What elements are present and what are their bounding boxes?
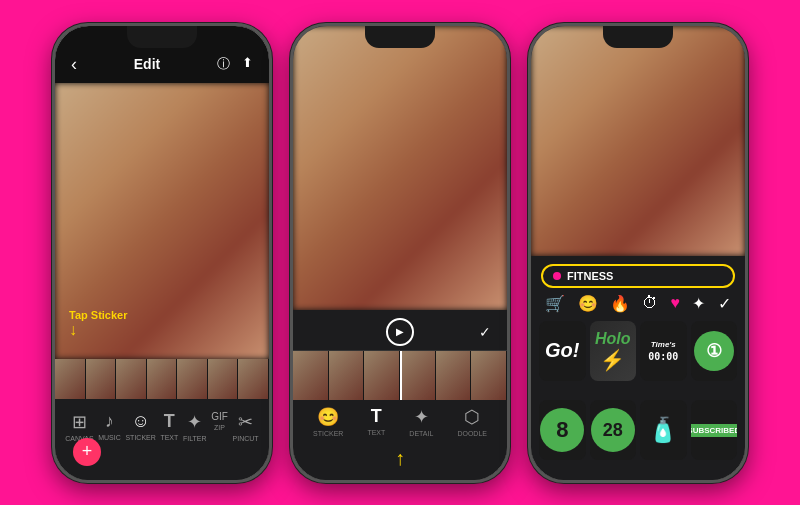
- bottom-toolbar: ⊞ CANVAS ♪ MUSIC ☺ STICKER T: [55, 399, 269, 480]
- stickers-grid: Go! Holo ⚡ Time's 00:00: [531, 317, 745, 480]
- sticker-tool-label: STICKER: [313, 430, 343, 437]
- text-tool-icon: T: [371, 406, 382, 427]
- category-timer-icon[interactable]: ⏱: [642, 294, 658, 313]
- sticker-holo[interactable]: Holo ⚡: [590, 321, 637, 381]
- subscribed-badge: SUBSCRIBED: [691, 424, 738, 437]
- video-preview-3: [531, 26, 745, 256]
- add-area: +: [59, 444, 265, 476]
- video-preview-1: Tap Sticker ↓: [55, 83, 269, 359]
- zip-icon: GIF: [211, 411, 228, 422]
- film-cell: [208, 359, 239, 399]
- sticker-tool-text[interactable]: T TEXT: [367, 406, 385, 437]
- tap-sticker-text: Tap Sticker: [69, 309, 128, 321]
- sticker-emoji-icon: 😊: [317, 406, 339, 428]
- times-value: 00:00: [648, 351, 678, 362]
- tool-text[interactable]: T TEXT: [160, 411, 178, 442]
- text-icon: T: [164, 411, 175, 432]
- film-cell: [177, 359, 208, 399]
- phone-3-screen: FITNESS 🛒 😊 🔥 ⏱ ♥ ✦ ✓: [531, 26, 745, 480]
- sticker-tool-detail[interactable]: ✦ DETAIL: [409, 406, 433, 437]
- category-check-icon[interactable]: ✓: [718, 294, 731, 313]
- notch: [127, 26, 197, 48]
- power-button[interactable]: [269, 146, 272, 196]
- power-button[interactable]: [745, 146, 748, 196]
- category-star-icon[interactable]: ✦: [692, 294, 705, 313]
- video-preview-2: [293, 26, 507, 310]
- music-icon: ♪: [105, 411, 114, 432]
- phone-3: FITNESS 🛒 😊 🔥 ⏱ ♥ ✦ ✓: [528, 23, 748, 483]
- film-cell: [364, 351, 400, 400]
- filter-label: FILTER: [183, 435, 207, 442]
- sticker-icon: ☺: [131, 411, 149, 432]
- sticker-circle-1[interactable]: ①: [691, 321, 738, 381]
- category-cart-icon[interactable]: 🛒: [545, 294, 565, 313]
- up-arrow-row: ↑: [293, 443, 507, 472]
- holo-text: Holo: [595, 330, 631, 348]
- num-8-circle: 8: [540, 408, 584, 452]
- pincut-label: PINCUT: [233, 435, 259, 442]
- phone-2-frame: ▶ ✓: [290, 23, 510, 483]
- film-cell: [471, 351, 507, 400]
- search-bar-row: FITNESS: [531, 256, 745, 292]
- sticker-tool-doodle[interactable]: ⬡ DOODLE: [457, 406, 487, 437]
- back-button[interactable]: ‹: [71, 54, 77, 75]
- fitness-dot: [553, 272, 561, 280]
- timeline-strip: [293, 350, 507, 400]
- tool-zip[interactable]: GIF ZIP: [211, 411, 228, 442]
- fitness-search-bar[interactable]: FITNESS: [541, 264, 735, 288]
- play-icon: ▶: [396, 326, 404, 337]
- canvas-icon: ⊞: [72, 411, 87, 433]
- zip-label: ZIP: [214, 424, 225, 431]
- film-cell: [55, 359, 86, 399]
- bottle-icon: 🧴: [648, 416, 678, 444]
- info-icon[interactable]: ⓘ: [217, 55, 230, 73]
- phone-2-content: ▶ ✓: [293, 26, 507, 480]
- phone-1-content: ‹ Edit ⓘ ⬆ Tap Sticker ↓: [55, 26, 269, 480]
- film-cell: [400, 351, 436, 400]
- doodle-label: DOODLE: [457, 430, 487, 437]
- phone-2-screen: ▶ ✓: [293, 26, 507, 480]
- power-button[interactable]: [507, 146, 510, 196]
- tool-sticker[interactable]: ☺ STICKER: [125, 411, 155, 442]
- phone-2: ▶ ✓: [290, 23, 510, 483]
- filter-icon: ✦: [187, 411, 202, 433]
- doodle-icon: ⬡: [464, 406, 480, 428]
- text-tool-label: TEXT: [367, 429, 385, 436]
- film-cell: [86, 359, 117, 399]
- category-flame-icon[interactable]: 🔥: [610, 294, 630, 313]
- checkmark-icon[interactable]: ✓: [479, 324, 491, 340]
- plus-icon: +: [82, 441, 93, 462]
- tool-music[interactable]: ♪ MUSIC: [98, 411, 121, 442]
- category-smile-icon[interactable]: 😊: [578, 294, 598, 313]
- num-8-text: 8: [556, 417, 568, 443]
- tap-sticker-arrow: ↓: [69, 321, 77, 339]
- film-cell: [293, 351, 329, 400]
- sticker-subscribed[interactable]: SUBSCRIBED: [691, 400, 738, 460]
- sticker-8[interactable]: 8: [539, 400, 586, 460]
- tool-canvas[interactable]: ⊞ CANVAS: [65, 411, 93, 442]
- category-heart-icon[interactable]: ♥: [671, 294, 681, 313]
- category-icons-row: 🛒 😊 🔥 ⏱ ♥ ✦ ✓: [531, 292, 745, 317]
- film-strip-1: [55, 359, 269, 399]
- tool-filter[interactable]: ✦ FILTER: [183, 411, 207, 442]
- notch: [365, 26, 435, 48]
- video-blur-3: [531, 26, 745, 256]
- sticker-label: STICKER: [125, 434, 155, 441]
- sticker-28[interactable]: 28: [590, 400, 637, 460]
- sticker-bottle[interactable]: 🧴: [640, 400, 687, 460]
- phone-1-frame: ‹ Edit ⓘ ⬆ Tap Sticker ↓: [52, 23, 272, 483]
- play-button[interactable]: ▶: [386, 318, 414, 346]
- sticker-panel: FITNESS 🛒 😊 🔥 ⏱ ♥ ✦ ✓: [531, 256, 745, 480]
- film-cell: [116, 359, 147, 399]
- film-cell: [329, 351, 365, 400]
- sticker-tool-sticker[interactable]: 😊 STICKER: [313, 406, 343, 437]
- pincut-icon: ✂: [238, 411, 253, 433]
- playhead: [400, 351, 402, 400]
- phone-3-frame: FITNESS 🛒 😊 🔥 ⏱ ♥ ✦ ✓: [528, 23, 748, 483]
- sticker-go[interactable]: Go!: [539, 321, 586, 381]
- tool-pincut[interactable]: ✂ PINCUT: [233, 411, 259, 442]
- check-area: ✓: [422, 324, 491, 340]
- share-icon[interactable]: ⬆: [242, 55, 253, 73]
- add-button[interactable]: +: [73, 438, 101, 466]
- sticker-times[interactable]: Time's 00:00: [640, 321, 687, 381]
